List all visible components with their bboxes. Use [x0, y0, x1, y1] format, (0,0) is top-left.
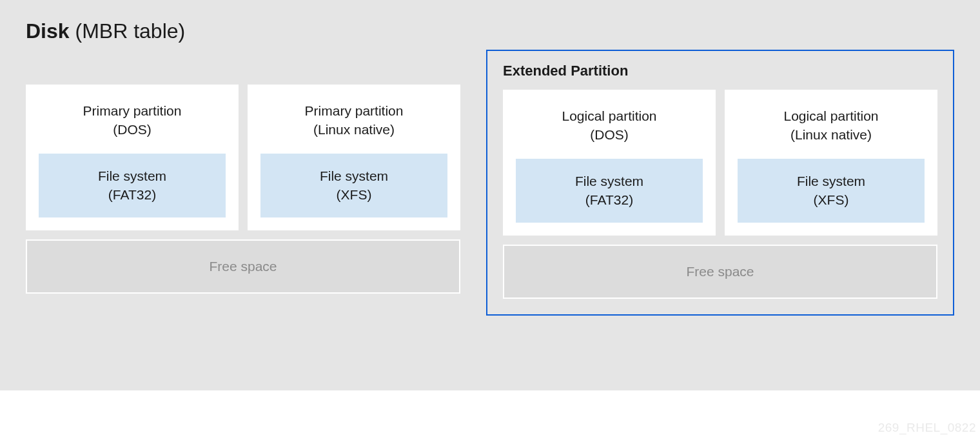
main-row: Primary partition (DOS) File system (FAT…: [26, 61, 954, 316]
filesystem-label: File system: [744, 172, 918, 190]
partition-header: Logical partition (Linux native): [738, 106, 925, 145]
partition-name: Primary partition: [260, 101, 447, 120]
disk-title-rest: (MBR table): [70, 19, 186, 43]
partition-type: (Linux native): [260, 120, 447, 139]
filesystem-box: File system (FAT32): [516, 159, 703, 223]
primary-partition-dos: Primary partition (DOS) File system (FAT…: [26, 85, 239, 230]
partition-type: (DOS): [516, 125, 703, 144]
disk-container: Disk (MBR table) Primary partition (DOS)…: [0, 0, 980, 390]
logical-partition-linux: Logical partition (Linux native) File sy…: [725, 90, 937, 236]
filesystem-type: (FAT32): [45, 185, 219, 204]
extended-partition-title: Extended Partition: [503, 63, 937, 79]
primary-partitions-section: Primary partition (DOS) File system (FAT…: [26, 61, 460, 316]
filesystem-label: File system: [522, 172, 696, 190]
partition-type: (Linux native): [738, 125, 925, 144]
filesystem-label: File system: [45, 166, 219, 185]
partition-header: Primary partition (DOS): [39, 101, 226, 139]
filesystem-type: (XFS): [267, 185, 441, 204]
filesystem-box: File system (XFS): [260, 154, 447, 217]
filesystem-type: (FAT32): [522, 190, 696, 209]
watermark: 269_RHEL_0822: [878, 421, 976, 435]
filesystem-box: File system (XFS): [738, 159, 925, 223]
logical-partition-row: Logical partition (DOS) File system (FAT…: [503, 90, 937, 236]
free-space-right: Free space: [503, 245, 937, 299]
filesystem-label: File system: [267, 166, 441, 185]
partition-name: Logical partition: [738, 106, 925, 125]
logical-partition-dos: Logical partition (DOS) File system (FAT…: [503, 90, 716, 236]
extended-partition-section: Extended Partition Logical partition (DO…: [486, 50, 954, 316]
partition-name: Logical partition: [516, 106, 703, 125]
disk-title: Disk (MBR table): [26, 19, 954, 43]
partition-header: Logical partition (DOS): [516, 106, 703, 145]
filesystem-box: File system (FAT32): [39, 154, 226, 217]
free-space-left: Free space: [26, 239, 460, 294]
partition-type: (DOS): [39, 120, 226, 139]
filesystem-type: (XFS): [744, 190, 918, 209]
disk-title-bold: Disk: [26, 19, 70, 43]
primary-partition-linux: Primary partition (Linux native) File sy…: [248, 85, 460, 230]
partition-header: Primary partition (Linux native): [260, 101, 447, 139]
primary-partition-row: Primary partition (DOS) File system (FAT…: [26, 85, 460, 230]
partition-name: Primary partition: [39, 101, 226, 120]
